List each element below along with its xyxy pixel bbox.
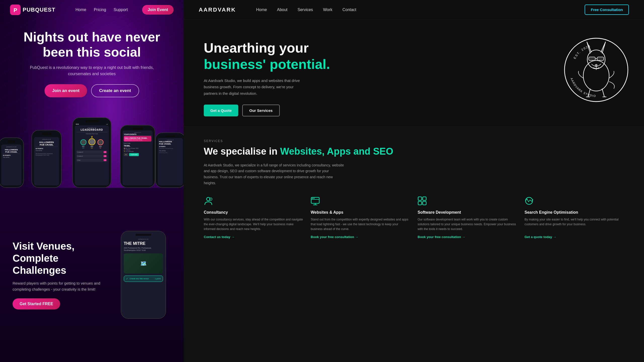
phone-mockups-container: pubquest.co.uk HALLOWEENPUB CRAWL 10 POI… xyxy=(0,112,184,188)
aardvark-nav-services[interactable]: Services xyxy=(298,8,313,12)
aardvark-hero-section: Unearthing your business' potential. At … xyxy=(184,20,644,127)
aardvark-nav-contact[interactable]: Contact xyxy=(342,8,356,12)
consultancy-desc: With our consultancy services, stay ahea… xyxy=(204,217,303,232)
get-started-button[interactable]: Get Started FREE xyxy=(13,298,60,309)
event-btn-right[interactable]: OVERVIEW xyxy=(129,153,139,156)
svg-rect-22 xyxy=(418,197,422,200)
event-card: HALLOWEEN PUB CRAWL Southampton Universi… xyxy=(124,136,151,142)
service-card-consultancy: Consultancy With our consultancy service… xyxy=(204,196,303,239)
join-event-button[interactable]: Join an event xyxy=(45,84,87,97)
rank4-inner: 4 James H 70 xyxy=(77,151,107,153)
right2-content: pubquest.co.uk HALLOWEENPUB CRAWL 10 POI… xyxy=(158,138,183,185)
pubquest-nav-support[interactable]: Support xyxy=(114,8,128,12)
phone-screen-right2: pubquest.co.uk HALLOWEENPUB CRAWL 10 POI… xyxy=(156,133,184,187)
points-2: 121 xyxy=(80,147,86,149)
svg-rect-23 xyxy=(423,197,426,200)
visit-text-block: Visit Venues, Complete Challenges Reward… xyxy=(13,240,108,309)
our-services-button[interactable]: Our Services xyxy=(242,105,280,116)
seo-svg-icon xyxy=(525,196,534,205)
services-title-highlight: Websites, Apps and SEO xyxy=(280,146,393,157)
rank-6-row: 6 Dan 70 xyxy=(76,158,107,162)
rank-2: Tom 121 xyxy=(80,139,86,149)
events-screen: pubquest.co.uk YOUR EVENTS HALLOWEEN PUB… xyxy=(123,130,153,185)
services-grid: Consultancy With our consultancy service… xyxy=(204,196,624,239)
phone-halloween-title: HALLOWEENPUB CRAWL xyxy=(3,148,20,154)
aardvark-headline: Unearthing your business' potential. xyxy=(204,40,546,72)
rank6-inner: 6 Dan 70 xyxy=(77,159,107,161)
right2-subtitle: Southampton University Dining... xyxy=(159,148,182,149)
pubquest-join-event-nav-button[interactable]: Join Event xyxy=(142,5,174,15)
pubquest-navbar: P PUBQUEST Home Pricing Support Join Eve… xyxy=(0,0,184,20)
aardvark-hero-text: Unearthing your business' potential. At … xyxy=(204,35,546,116)
aardvark-mascot-svg: EST. 2023 AARDVARK STUDIO xyxy=(561,35,631,105)
phone-points: 10 POINTS xyxy=(3,155,20,156)
aardvark-logo[interactable]: AARDVARK xyxy=(199,7,236,13)
pubquest-nav-home[interactable]: Home xyxy=(75,8,86,12)
service-card-seo: Search Engine Optimisation By making you… xyxy=(525,196,624,239)
phone-time: 9:41 xyxy=(76,123,79,125)
phone-pubcrawl-label: pubquest.co.uk xyxy=(3,146,20,148)
aardvark-free-consultation-button[interactable]: Free Consultation xyxy=(585,5,629,15)
your-events-title: YOUR EVENTS xyxy=(124,133,151,136)
consultancy-name: Consultancy xyxy=(204,210,303,215)
aardvark-nav-home[interactable]: Home xyxy=(256,8,267,12)
aardvark-nav-work[interactable]: Work xyxy=(323,8,332,12)
mitre-label: THE MITRE xyxy=(35,150,58,151)
phone-screen-right1: pubquest.co.uk YOUR EVENTS HALLOWEEN PUB… xyxy=(120,125,155,187)
software-svg-icon xyxy=(418,196,427,205)
visit-phone-mockup: pubquest.co.uk THE MITRE 200 Portswood R… xyxy=(121,231,166,319)
rank6-label: 6 Dan xyxy=(77,159,80,161)
right2-addr: 200 Portswood Rd... xyxy=(159,152,182,153)
websites-name: Websites & Apps xyxy=(311,210,410,215)
venue-checkin-button[interactable]: ✓ Check into this venue 1 point xyxy=(124,276,163,282)
websites-icon xyxy=(311,196,410,207)
checkin-points: 1 point xyxy=(155,278,161,280)
phone-mockup-main: 9:41 ▪▪▪ pubquest.co.uk LEADERBOARD Hall… xyxy=(72,117,111,188)
phone-mockup-right2: pubquest.co.uk HALLOWEENPUB CRAWL 10 POI… xyxy=(155,132,184,188)
phone-screen-left1: pubquest.co.uk HALLOWEENPUB CRAWL 10 POI… xyxy=(32,130,61,187)
avatar-1 xyxy=(88,138,95,145)
rank5-pts: 70 xyxy=(104,155,107,157)
pubquest-logo-text: PUBQUEST xyxy=(23,7,55,13)
aardvark-nav-about[interactable]: About xyxy=(277,8,288,12)
points-3: 86 xyxy=(97,147,103,149)
phone-screen-main: 9:41 ▪▪▪ pubquest.co.uk LEADERBOARD Hall… xyxy=(73,118,111,187)
phone-mockup-right1: pubquest.co.uk YOUR EVENTS HALLOWEEN PUB… xyxy=(120,125,155,188)
visit-phone-notch xyxy=(136,234,151,236)
svg-rect-11 xyxy=(589,57,595,60)
svg-rect-24 xyxy=(418,201,422,205)
websites-link[interactable]: Book your free consultation → xyxy=(311,235,410,239)
consultancy-link[interactable]: Contact us today → xyxy=(204,235,303,239)
software-desc: Our software development team will work … xyxy=(418,217,517,232)
software-name: Software Development xyxy=(418,210,517,215)
aardvark-section: AARDVARK Home About Services Work Contac… xyxy=(184,0,644,362)
address-label: 200 Portswood Rd, Portswood,Southampton … xyxy=(35,153,58,156)
visit-description: Reward players with points for getting t… xyxy=(13,280,108,292)
phone-notch-left1 xyxy=(42,132,52,135)
right2-venue: THE MITRE xyxy=(159,150,182,152)
event-btn-left[interactable]: ••• xyxy=(124,153,128,156)
phone-screen-left2: pubquest.co.uk HALLOWEENPUB CRAWL 10 POI… xyxy=(0,138,23,187)
leaderboard-screen: pubquest.co.uk LEADERBOARD Halloween Pub… xyxy=(75,125,109,185)
get-quote-button[interactable]: Get a Quote xyxy=(204,105,238,116)
svg-text:AARDVARK STUDIO: AARDVARK STUDIO xyxy=(570,77,596,98)
visit-venues-section: Visit Venues, Complete Challenges Reward… xyxy=(0,188,184,362)
leaderboard-subtitle: Halloween Pub Crawl xyxy=(76,133,107,134)
leaderboard-heading: LEADERBOARD xyxy=(76,128,107,132)
phone-mockup-left1: pubquest.co.uk HALLOWEENPUB CRAWL 10 POI… xyxy=(31,130,62,188)
svg-point-21 xyxy=(313,198,314,199)
aardvark-headline-highlight: business' potential. xyxy=(204,57,330,72)
create-event-button[interactable]: Create an event xyxy=(91,84,139,97)
seo-name: Search Engine Optimisation xyxy=(525,210,624,215)
map-icon: 🗺️ xyxy=(140,260,147,266)
event-code-value: TKWL xyxy=(124,145,151,147)
crown-icon: ♛ xyxy=(88,135,95,138)
pubquest-logo[interactable]: P PUBQUEST xyxy=(10,5,55,15)
visit-heading: Visit Venues, Complete Challenges xyxy=(13,240,108,276)
services-description: At Aardvark Studio, we specialize in a f… xyxy=(204,162,345,186)
phone-main-notch xyxy=(85,120,99,122)
pubquest-nav-pricing[interactable]: Pricing xyxy=(94,8,106,12)
software-link[interactable]: Book your free consultation → xyxy=(418,235,517,239)
seo-link[interactable]: Get a quote today → xyxy=(525,235,624,239)
events-url: pubquest.co.uk xyxy=(124,132,151,133)
